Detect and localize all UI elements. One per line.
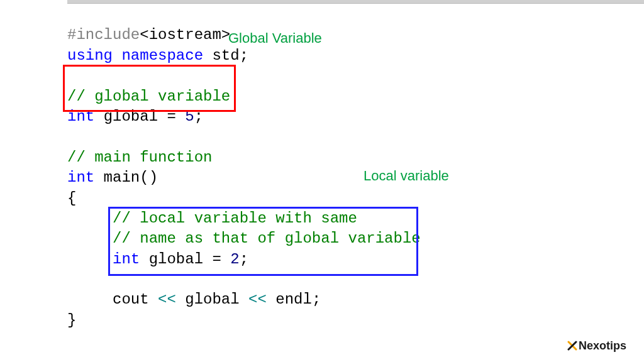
indent [67,230,113,247]
semi: ; [312,291,321,308]
ident-global-ref: global [185,291,239,308]
tab-strip-shadow [67,0,644,4]
brace-close: } [67,312,76,329]
line-15: } [67,312,76,329]
kw-using: using [67,47,113,64]
line-2: using namespace std; [67,47,248,64]
brand-x-icon [567,341,577,351]
kw-int: int [67,169,94,186]
ident-endl: endl [275,291,312,308]
line-8: int main() [67,169,158,186]
line-1: #include<iostream> [67,26,230,43]
highlight-box-local [108,207,418,276]
indent [67,291,113,308]
brand-text: Nexotips [579,338,626,353]
annotation-local-variable: Local variable [364,167,449,185]
line-9: { [67,190,76,207]
preproc-include: #include [67,26,140,43]
fn-main: main() [94,169,158,186]
comment-main: // main function [67,149,212,166]
ident-std: std [212,47,239,64]
indent [67,251,113,268]
line-7: // main function [67,149,212,166]
annotation-global-variable: Global Variable [228,29,322,48]
indent [67,210,113,227]
op-stream: << [240,291,276,308]
header-name: iostream [149,26,221,43]
brand-logo: Nexotips [567,338,626,353]
line-14: cout << global << endl; [67,291,321,308]
brace-open: { [67,190,76,207]
kw-namespace: namespace [121,47,203,64]
highlight-box-global [63,65,236,112]
op-stream: << [149,291,186,308]
semi: ; [240,47,248,64]
angle-open: < [140,26,148,43]
ident-cout: cout [113,291,149,308]
